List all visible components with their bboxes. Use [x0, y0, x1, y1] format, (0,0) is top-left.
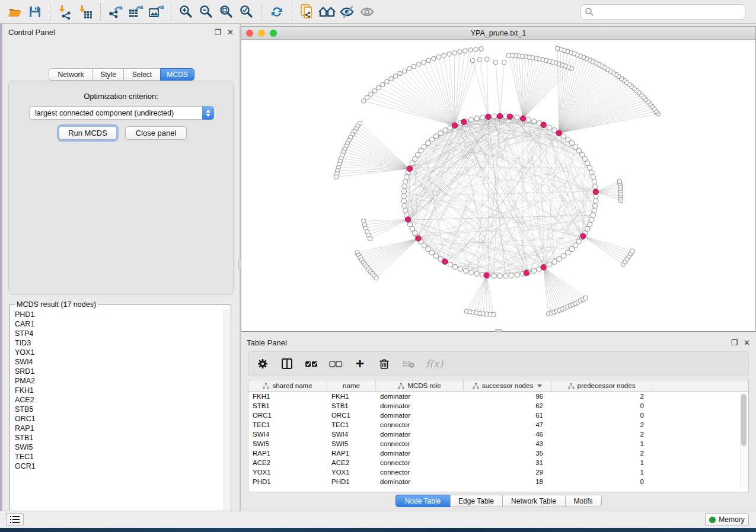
tab-edge-table[interactable]: Edge Table [450, 495, 502, 507]
table-scrollbar-thumb[interactable] [741, 394, 747, 446]
mcds-node[interactable] [442, 259, 448, 264]
satellite-node[interactable] [436, 55, 441, 59]
column-header-shared-name[interactable]: shared name [248, 380, 327, 391]
clone-network-icon[interactable] [297, 2, 317, 21]
column-header-predecessor-nodes[interactable]: predecessor nodes [551, 380, 652, 391]
network-node[interactable] [547, 262, 552, 267]
satellite-node[interactable] [398, 71, 403, 76]
network-node[interactable] [592, 208, 596, 213]
mcds-list-item[interactable]: RAP1 [11, 424, 223, 433]
network-node[interactable] [429, 250, 434, 255]
satellite-node[interactable] [617, 179, 622, 184]
network-node[interactable] [515, 115, 519, 120]
import-table-icon[interactable] [75, 2, 95, 21]
mcds-node[interactable] [556, 130, 562, 136]
horizontal-splitter-handle[interactable] [495, 329, 502, 332]
mcds-node[interactable] [593, 189, 598, 194]
satellite-node[interactable] [484, 57, 489, 62]
network-node[interactable] [492, 114, 496, 118]
tab-network[interactable]: Network [49, 68, 92, 81]
export-network-icon[interactable] [106, 2, 126, 21]
network-node[interactable] [463, 268, 468, 273]
satellite-node[interactable] [389, 76, 394, 81]
satellite-node[interactable] [474, 47, 479, 52]
mcds-list-item[interactable]: YOX1 [11, 348, 223, 357]
network-node[interactable] [401, 194, 406, 198]
mcds-list-item[interactable]: ORC1 [11, 414, 223, 424]
network-node[interactable] [531, 119, 536, 124]
network-node[interactable] [565, 250, 570, 255]
network-node[interactable] [474, 271, 479, 276]
node-table-rows[interactable]: FKH1FKH1dominator962STB1STB1dominator620… [248, 392, 748, 486]
satellite-node[interactable] [442, 53, 446, 58]
task-history-button[interactable] [6, 513, 24, 526]
network-node[interactable] [509, 273, 513, 278]
tab-motifs[interactable]: Motifs [565, 495, 602, 507]
network-node[interactable] [403, 208, 408, 213]
mcds-node[interactable] [524, 270, 529, 275]
close-panel-icon[interactable]: ✕ [227, 28, 234, 37]
satellite-node[interactable] [452, 51, 457, 56]
tab-mcds[interactable]: MCDS [160, 68, 194, 81]
network-node[interactable] [587, 222, 592, 227]
satellite-node[interactable] [412, 64, 416, 69]
mcds-list-item[interactable]: SWI5 [11, 443, 223, 452]
network-node[interactable] [433, 254, 438, 258]
network-node[interactable] [429, 137, 434, 142]
satellite-node[interactable] [422, 60, 426, 65]
table-row[interactable]: PHD1PHD1dominator180 [248, 477, 748, 486]
mcds-list-item[interactable]: PMA2 [11, 376, 223, 386]
criterion-dropdown[interactable]: largest connected component (undirected) [29, 106, 214, 120]
close-panel-button[interactable]: Close panel [125, 126, 187, 140]
column-header-successor-nodes[interactable]: successor nodes [464, 380, 551, 391]
mcds-node[interactable] [452, 123, 457, 128]
satellite-node[interactable] [365, 95, 369, 100]
network-node[interactable] [531, 268, 536, 273]
satellite-node[interactable] [432, 56, 436, 61]
mcds-list-item[interactable]: STB5 [11, 405, 223, 414]
table-row[interactable]: SWI4SWI4dominator462 [248, 430, 748, 439]
import-network-icon[interactable] [55, 2, 75, 21]
mcds-node[interactable] [580, 233, 586, 239]
network-node[interactable] [458, 267, 462, 271]
table-settings-gear-icon[interactable] [256, 357, 270, 371]
network-node[interactable] [402, 184, 407, 189]
table-row[interactable]: FKH1FKH1dominator962 [248, 392, 748, 401]
export-image-icon[interactable] [146, 2, 166, 21]
network-node[interactable] [474, 116, 479, 121]
satellite-node[interactable] [369, 92, 374, 97]
network-node[interactable] [547, 125, 552, 130]
satellite-node[interactable] [468, 48, 473, 53]
satellite-node[interactable] [463, 49, 468, 53]
table-row[interactable]: TEC1TEC1connector472 [248, 420, 748, 430]
select-all-icon[interactable] [304, 357, 318, 371]
mcds-node[interactable] [486, 114, 491, 119]
satellite-node[interactable] [361, 99, 366, 104]
memory-button[interactable]: Memory [705, 513, 749, 526]
satellite-node[interactable] [334, 175, 339, 180]
network-node[interactable] [557, 257, 562, 261]
float-panel-icon[interactable]: ❐ [731, 338, 738, 347]
network-node[interactable] [401, 189, 406, 194]
network-node[interactable] [593, 203, 598, 208]
network-node[interactable] [593, 184, 598, 189]
network-node[interactable] [480, 115, 485, 120]
mcds-node[interactable] [497, 113, 502, 118]
mcds-node[interactable] [521, 116, 526, 121]
satellite-node[interactable] [583, 296, 588, 300]
zoom-in-icon[interactable] [176, 2, 196, 21]
refresh-layout-icon[interactable] [267, 2, 287, 21]
export-table-icon[interactable] [126, 2, 146, 21]
network-node[interactable] [401, 198, 406, 203]
table-row[interactable]: ACE2ACE2connector311 [248, 458, 748, 467]
zoom-out-icon[interactable] [196, 2, 216, 21]
mcds-list-item[interactable]: SRD1 [11, 367, 223, 376]
close-panel-icon[interactable]: ✕ [744, 338, 750, 347]
mcds-node[interactable] [507, 114, 512, 119]
satellite-node[interactable] [630, 249, 635, 254]
network-node[interactable] [497, 274, 502, 278]
mcds-list-item[interactable]: SWI4 [11, 357, 223, 367]
column-header-mcds-role[interactable]: MCDS role [376, 380, 464, 391]
satellite-node[interactable] [479, 47, 484, 52]
mcds-result-list[interactable]: PHD1CAR1STP4TID3YOX1SWI4SRD1PMA2FKH1ACE2… [11, 310, 223, 520]
